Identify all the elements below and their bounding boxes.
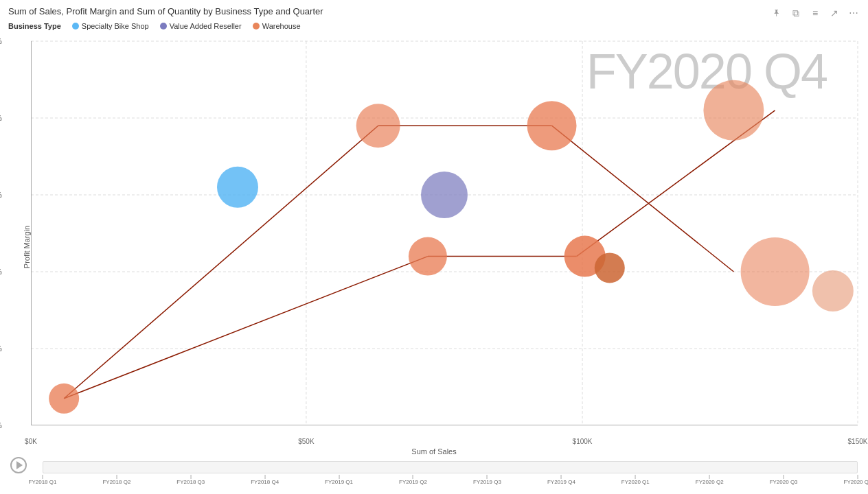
timeline-tick-8: FY2020 Q1: [621, 479, 650, 485]
timeline-tick-11: FY2020 Q4: [844, 479, 868, 485]
timeline-tick-4: FY2019 Q1: [325, 479, 353, 485]
bubble-b4[interactable]: [409, 237, 447, 276]
chart-container: Sum of Sales, Profit Margin and Sum of Q…: [0, 0, 868, 494]
timeline-tick-0: FY2018 Q1: [29, 479, 57, 485]
bubble-b2[interactable]: [217, 167, 258, 208]
bubble-b5[interactable]: [421, 172, 468, 218]
play-button[interactable]: [10, 457, 27, 473]
timeline-tick-9: FY2020 Q2: [696, 479, 724, 485]
y-tick-30: 30%: [0, 115, 2, 122]
timeline-tick-10: FY2020 Q3: [770, 479, 798, 485]
legend-item-warehouse: Warehouse: [253, 22, 301, 30]
bubble-b10[interactable]: [741, 237, 810, 306]
chart-title: Sum of Sales, Profit Margin and Sum of Q…: [8, 5, 323, 18]
legend-label-var: Value Added Reseller: [170, 22, 242, 30]
y-tick-20: 20%: [0, 191, 2, 199]
legend-dot-var: [160, 23, 167, 30]
timeline-tick-6: FY2019 Q3: [473, 479, 501, 485]
legend-item-specialty: Specialty Bike Shop: [72, 22, 149, 30]
chart-area: 40% 30% 20% 10% 0% -10% $0K $50K $100K $…: [31, 41, 858, 425]
legend-title: Business Type: [8, 22, 61, 30]
legend-label-warehouse: Warehouse: [262, 22, 301, 30]
legend-dot-specialty: [72, 23, 79, 30]
legend-label-specialty: Specialty Bike Shop: [82, 22, 149, 30]
top-bar: Sum of Sales, Profit Margin and Sum of Q…: [0, 0, 868, 41]
bubble-b1[interactable]: [49, 384, 79, 414]
legend: Business Type Specialty Bike Shop Value …: [8, 22, 301, 30]
timeline-tick-5: FY2019 Q2: [399, 479, 427, 485]
bubble-b6[interactable]: [527, 101, 577, 150]
y-tick-0: 0%: [0, 345, 2, 353]
legend-item-var: Value Added Reseller: [160, 22, 242, 30]
x-tick-100k: $100K: [573, 438, 593, 445]
bubble-b3[interactable]: [356, 104, 400, 148]
chart-svg: [31, 41, 858, 425]
bubble-b8[interactable]: [595, 252, 625, 283]
timeline-tick-7: FY2019 Q4: [547, 479, 575, 485]
copy-icon[interactable]: ⧉: [790, 7, 802, 19]
play-icon: [16, 461, 23, 469]
timeline-tick-3: FY2018 Q4: [251, 479, 279, 485]
x-tick-150k: $150K: [848, 438, 868, 445]
y-axis-label: Profit Margin: [23, 226, 31, 268]
y-tick-10: 10%: [0, 268, 2, 276]
x-axis-label: Sum of Sales: [411, 447, 456, 456]
timeline-tick-1: FY2018 Q2: [102, 479, 130, 485]
x-tick-0k: $0K: [25, 438, 37, 445]
svg-line-8: [64, 257, 428, 399]
export-icon[interactable]: ↗: [828, 7, 841, 19]
pin-icon[interactable]: 🖈: [770, 7, 783, 19]
top-icons: 🖈 ⧉ ≡ ↗ ⋯: [770, 7, 860, 19]
timeline-ticks: FY2018 Q1 FY2018 Q2 FY2018 Q3 FY2018 Q4 …: [43, 475, 858, 490]
y-tick-neg10: -10%: [0, 422, 2, 430]
x-tick-50k: $50K: [298, 438, 314, 445]
filter-icon[interactable]: ≡: [809, 7, 821, 19]
legend-dot-warehouse: [253, 23, 260, 30]
timeline-bar[interactable]: [43, 461, 858, 473]
bubble-b11[interactable]: [812, 270, 854, 311]
bubble-b9[interactable]: [703, 80, 764, 141]
timeline-tick-2: FY2018 Q3: [176, 479, 205, 485]
more-icon[interactable]: ⋯: [847, 7, 860, 19]
y-tick-40: 40%: [0, 38, 2, 45]
svg-line-11: [64, 126, 378, 399]
